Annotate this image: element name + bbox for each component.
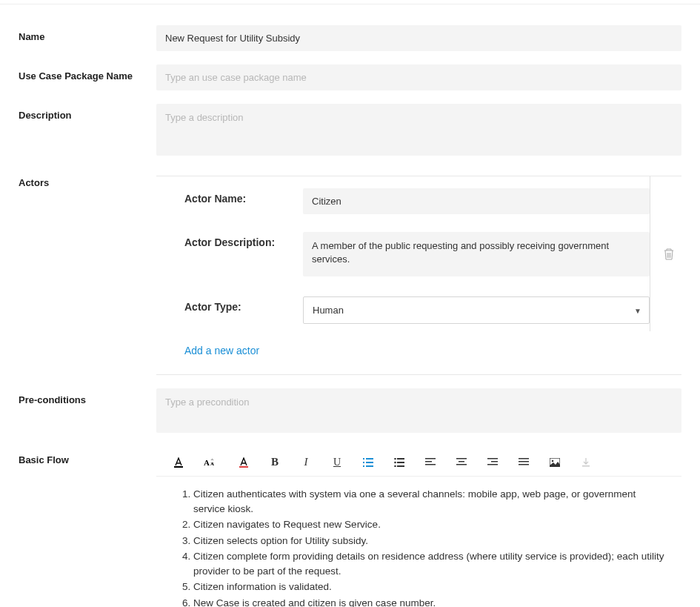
label-preconditions: Pre-conditions xyxy=(19,388,156,405)
row-name: Name xyxy=(19,25,681,51)
svg-rect-19 xyxy=(456,458,467,460)
label-actor-name: Actor Name: xyxy=(184,188,303,205)
highlight-icon[interactable] xyxy=(238,457,250,468)
label-actor-type: Actor Type: xyxy=(184,296,303,313)
svg-rect-27 xyxy=(519,464,529,465)
label-actors: Actors xyxy=(19,171,156,188)
description-input[interactable] xyxy=(156,104,681,156)
rte-toolbar: AA B I U xyxy=(156,448,681,477)
svg-rect-6 xyxy=(363,462,364,463)
package-name-input[interactable] xyxy=(156,64,681,90)
unordered-list-icon[interactable] xyxy=(393,458,405,467)
align-justify-icon[interactable] xyxy=(518,458,530,467)
svg-rect-18 xyxy=(425,464,436,465)
svg-point-29 xyxy=(552,460,554,462)
add-actor-link[interactable]: Add a new actor xyxy=(156,345,259,364)
ordered-list-icon[interactable] xyxy=(362,458,374,467)
svg-rect-0 xyxy=(174,466,183,468)
font-size-icon[interactable]: AA xyxy=(204,457,219,468)
flow-step: Citizen authenticates with system via on… xyxy=(193,487,665,516)
svg-rect-17 xyxy=(425,461,432,462)
svg-rect-8 xyxy=(363,465,364,467)
label-basic-flow: Basic Flow xyxy=(19,448,156,465)
preconditions-input[interactable] xyxy=(156,388,681,433)
flow-step: Citizen information is validated. xyxy=(193,580,665,594)
svg-rect-4 xyxy=(363,458,364,460)
svg-rect-13 xyxy=(397,462,404,463)
align-center-icon[interactable] xyxy=(456,458,467,467)
svg-rect-9 xyxy=(366,465,373,467)
svg-rect-22 xyxy=(487,458,498,460)
label-actor-description: Actor Description: xyxy=(184,232,303,248)
svg-point-12 xyxy=(394,461,396,463)
align-right-icon[interactable] xyxy=(487,458,499,467)
svg-rect-15 xyxy=(397,465,404,467)
svg-rect-3 xyxy=(239,466,248,468)
svg-rect-21 xyxy=(456,464,467,465)
basic-flow-editor[interactable]: Citizen authenticates with system via on… xyxy=(156,477,681,607)
svg-rect-30 xyxy=(582,465,590,467)
align-left-icon[interactable] xyxy=(424,458,436,467)
flow-step: Citizen selects option for Utility subsi… xyxy=(193,534,665,548)
svg-rect-26 xyxy=(519,461,529,462)
flow-step: Citizen complete form providing details … xyxy=(193,549,665,578)
use-case-form: Name Use Case Package Name Description A… xyxy=(0,4,700,607)
row-preconditions: Pre-conditions xyxy=(19,388,681,435)
download-icon[interactable] xyxy=(580,457,592,468)
actor-type-value: Human xyxy=(304,297,649,323)
label-description: Description xyxy=(19,104,156,121)
svg-rect-16 xyxy=(425,458,436,460)
row-description: Description xyxy=(19,104,681,158)
svg-rect-24 xyxy=(487,464,498,465)
label-name: Name xyxy=(19,25,156,42)
divider xyxy=(156,374,681,375)
actor-name-input[interactable] xyxy=(303,188,650,214)
italic-icon[interactable]: I xyxy=(300,456,312,468)
underline-icon[interactable]: U xyxy=(331,457,343,468)
actor-item: Actor Name: Actor Description: Actor Typ… xyxy=(156,176,650,331)
svg-rect-7 xyxy=(366,462,373,463)
svg-rect-23 xyxy=(491,461,498,462)
font-color-icon[interactable] xyxy=(173,457,184,468)
row-package-name: Use Case Package Name xyxy=(19,64,681,90)
svg-rect-20 xyxy=(459,461,464,462)
flow-step: New Case is created and citizen is given… xyxy=(193,596,665,607)
caret-down-icon: ▼ xyxy=(634,306,641,314)
actor-type-select[interactable]: Human ▼ xyxy=(303,296,650,324)
label-package-name: Use Case Package Name xyxy=(19,64,156,82)
svg-point-10 xyxy=(394,458,396,460)
svg-rect-11 xyxy=(397,458,404,460)
delete-actor-button[interactable] xyxy=(663,248,675,261)
svg-rect-25 xyxy=(519,458,529,460)
name-input[interactable] xyxy=(156,25,681,51)
flow-step: Citizen navigates to Request new Service… xyxy=(193,517,665,532)
actor-description-input[interactable] xyxy=(303,232,650,276)
row-basic-flow: Basic Flow AA B I U xyxy=(19,448,681,607)
row-actors: Actors Actor Name: Actor Description: xyxy=(19,171,681,375)
svg-text:A: A xyxy=(204,458,210,467)
svg-rect-5 xyxy=(366,458,373,460)
image-icon[interactable] xyxy=(549,458,561,467)
bold-icon[interactable]: B xyxy=(269,456,281,468)
svg-point-14 xyxy=(394,465,396,466)
